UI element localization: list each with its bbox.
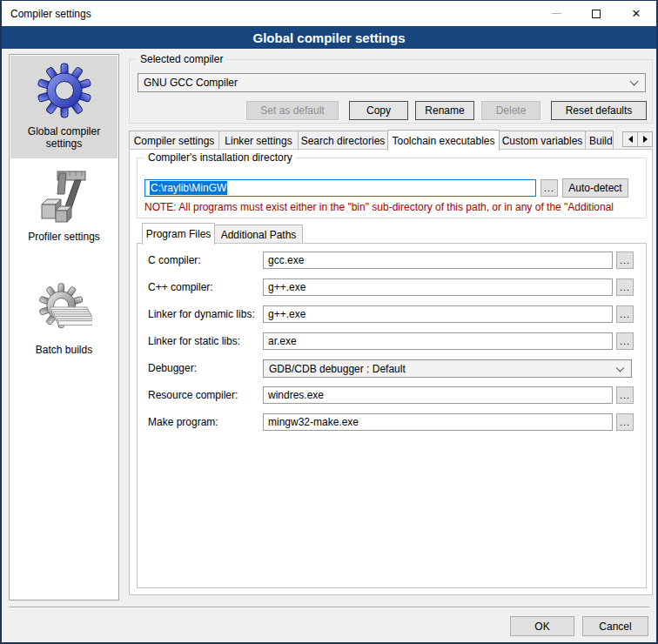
close-button[interactable]: ✕ xyxy=(616,1,656,26)
cancel-button[interactable]: Cancel xyxy=(582,616,648,636)
selected-compiler-group-label: Selected compiler xyxy=(137,53,226,65)
ok-button[interactable]: OK xyxy=(510,616,574,636)
c-compiler-input[interactable] xyxy=(263,252,613,269)
program-files-subpage: C compiler: ... C++ compiler: ... Linker… xyxy=(137,243,647,588)
subtab-program-files[interactable]: Program Files xyxy=(142,223,215,245)
toolchain-executables-page: Compiler's installation directory C:\ray… xyxy=(129,149,653,595)
close-icon: ✕ xyxy=(632,8,641,19)
titlebar: Compiler settings ✕ xyxy=(2,1,656,26)
debugger-combobox[interactable]: GDB/CDB debugger : Default xyxy=(263,359,632,378)
tab-linker-settings[interactable]: Linker settings xyxy=(218,131,299,150)
dynamic-linker-row: Linker for dynamic libs: ... xyxy=(138,305,646,325)
chevron-down-icon xyxy=(630,77,639,86)
tab-custom-variables[interactable]: Custom variables xyxy=(499,131,586,150)
maximize-icon xyxy=(592,10,601,18)
sidebar-item-label: Global compiler settings xyxy=(10,125,118,150)
installation-directory-input[interactable]: C:\raylib\MinGW xyxy=(144,179,536,197)
make-program-label: Make program: xyxy=(148,413,218,431)
blue-gear-icon xyxy=(37,63,92,118)
settings-category-list: Global compiler settings xyxy=(9,54,119,600)
c-compiler-row: C compiler: ... xyxy=(138,252,646,271)
tab-compiler-settings[interactable]: Compiler settings xyxy=(129,131,219,150)
program-files-subtabbar: Program Files Additional Paths xyxy=(142,221,302,244)
installation-directory-browse-button[interactable]: ... xyxy=(540,179,558,197)
debugger-label: Debugger: xyxy=(148,359,197,377)
minimize-icon xyxy=(552,13,561,14)
cpp-compiler-browse-button[interactable]: ... xyxy=(616,278,634,296)
static-linker-label: Linker for static libs: xyxy=(148,332,240,350)
resource-compiler-input[interactable] xyxy=(263,386,613,404)
installation-directory-value: C:\raylib\MinGW xyxy=(150,181,227,195)
settings-tabbar: Compiler settings Linker settings Search… xyxy=(129,129,653,150)
selected-compiler-group: Selected compiler GNU GCC Compiler Set a… xyxy=(129,59,653,124)
resource-compiler-row: Resource compiler: ... xyxy=(138,386,646,406)
dynamic-linker-input[interactable] xyxy=(263,305,613,323)
footer-separator xyxy=(9,607,649,608)
cpp-compiler-row: C++ compiler: ... xyxy=(138,278,646,298)
make-program-input[interactable] xyxy=(263,413,613,431)
reset-defaults-button[interactable]: Reset defaults xyxy=(551,101,647,120)
gray-gear-stack-icon xyxy=(37,281,92,337)
sidebar-item-global-compiler-settings[interactable]: Global compiler settings xyxy=(10,56,118,158)
installation-note: NOTE: All programs must exist either in … xyxy=(144,201,653,213)
c-compiler-browse-button[interactable]: ... xyxy=(616,252,634,269)
installation-directory-group: Compiler's installation directory C:\ray… xyxy=(137,158,647,218)
sidebar-item-label: Profiler settings xyxy=(10,231,118,243)
dynamic-linker-browse-button[interactable]: ... xyxy=(616,305,634,323)
cpp-compiler-input[interactable] xyxy=(263,278,613,296)
arrow-right-icon xyxy=(643,136,648,143)
maximize-button[interactable] xyxy=(576,1,616,26)
selected-compiler-value: GNU GCC Compiler xyxy=(144,77,238,89)
compiler-settings-window: Compiler settings ✕ Global compiler sett… xyxy=(0,0,658,644)
debugger-value: GDB/CDB debugger : Default xyxy=(269,363,406,375)
sidebar-item-batch-builds[interactable]: Batch builds xyxy=(10,274,118,361)
cpp-compiler-label: C++ compiler: xyxy=(148,278,213,296)
tab-build-clipped[interactable]: Build xyxy=(585,131,614,150)
subtab-additional-paths[interactable]: Additional Paths xyxy=(214,225,303,244)
copy-button[interactable]: Copy xyxy=(349,101,408,120)
tab-search-directories[interactable]: Search directories xyxy=(298,131,388,150)
installation-directory-group-label: Compiler's installation directory xyxy=(144,151,296,164)
static-linker-browse-button[interactable]: ... xyxy=(616,332,634,350)
static-linker-input[interactable] xyxy=(263,332,613,350)
sidebar-item-label: Batch builds xyxy=(10,344,118,356)
make-program-row: Make program: ... xyxy=(138,413,646,433)
dynamic-linker-label: Linker for dynamic libs: xyxy=(148,305,255,323)
arrow-left-icon xyxy=(628,136,633,143)
minimize-button[interactable] xyxy=(536,1,576,26)
c-compiler-label: C compiler: xyxy=(148,252,201,269)
debugger-row: Debugger: GDB/CDB debugger : Default xyxy=(138,359,646,379)
tab-scroll-right-button[interactable] xyxy=(637,131,653,147)
tab-toolchain-executables[interactable]: Toolchain executables xyxy=(387,130,500,151)
tab-scroll-arrows xyxy=(623,131,653,147)
caption-buttons: ✕ xyxy=(536,1,656,26)
set-as-default-button[interactable]: Set as default xyxy=(246,101,339,120)
resource-compiler-browse-button[interactable]: ... xyxy=(616,386,634,404)
chevron-down-icon xyxy=(616,363,625,372)
resource-compiler-label: Resource compiler: xyxy=(148,386,238,404)
static-linker-row: Linker for static libs: ... xyxy=(138,332,646,352)
rename-button[interactable]: Rename xyxy=(415,101,474,120)
tab-scroll-left-button[interactable] xyxy=(622,131,638,147)
page-title: Global compiler settings xyxy=(2,26,656,49)
dialog-body: Global compiler settings xyxy=(2,49,656,644)
auto-detect-button[interactable]: Auto-detect xyxy=(562,178,628,198)
window-title: Compiler settings xyxy=(2,8,91,20)
sidebar-item-profiler-settings[interactable]: Profiler settings xyxy=(10,161,118,257)
make-program-browse-button[interactable]: ... xyxy=(616,413,634,431)
caliper-icon xyxy=(37,168,92,224)
selected-compiler-combobox[interactable]: GNU GCC Compiler xyxy=(138,73,646,92)
delete-button[interactable]: Delete xyxy=(481,101,540,120)
